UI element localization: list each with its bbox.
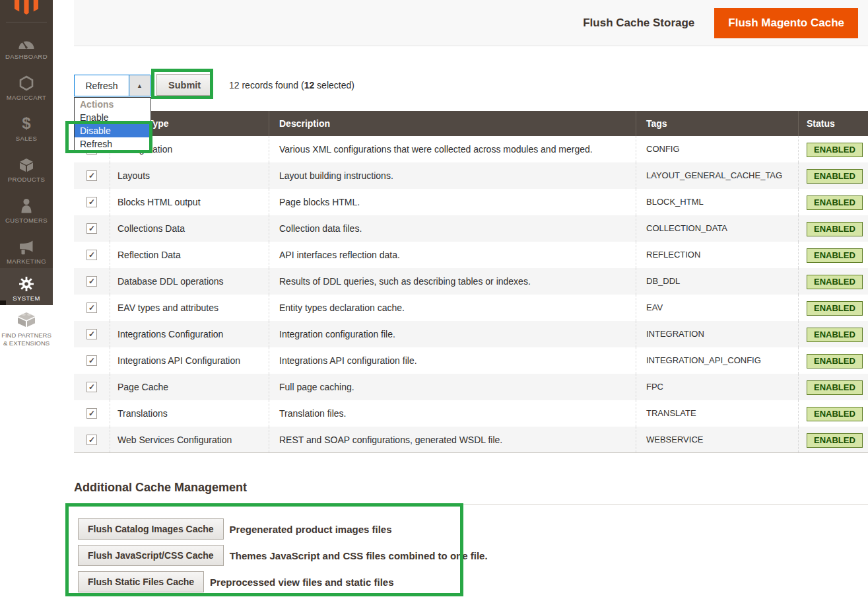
row-checkbox[interactable]: ✓ xyxy=(86,276,97,287)
cache-type: Web Services Configuration xyxy=(110,427,269,452)
action-description: Preprocessed view files and static files xyxy=(210,577,393,588)
cache-tags: TRANSLATE xyxy=(636,400,798,427)
sidebar-item-customers[interactable]: CUSTOMERS xyxy=(0,197,53,224)
sidebar-item-label: CUSTOMERS xyxy=(0,217,53,224)
cache-tags: REFLECTION xyxy=(636,242,798,268)
magento-logo[interactable] xyxy=(15,0,38,15)
table-row: ✓ Reflection Data API interfaces reflect… xyxy=(74,242,868,268)
row-checkbox[interactable]: ✓ xyxy=(86,302,97,313)
cache-type: Database DDL operations xyxy=(110,268,269,295)
section-divider xyxy=(74,504,868,505)
table-row: ✓ Integrations Configuration Integration… xyxy=(74,321,868,347)
dashboard-gauge-icon xyxy=(0,33,53,50)
package-box-icon xyxy=(0,156,53,173)
cache-type: Integrations Configuration xyxy=(110,321,269,347)
cache-type: Translations xyxy=(110,400,269,427)
cache-tags: INTEGRATION_API_CONFIG xyxy=(636,347,798,374)
cache-description: Results of DDL queries, such as describi… xyxy=(269,268,636,295)
cache-type: Collections Data xyxy=(110,215,269,242)
cache-description: Integration configuration file. xyxy=(269,321,636,347)
cache-type: Page Cache xyxy=(110,374,269,400)
additional-cache-title: Additional Cache Management xyxy=(74,481,247,495)
sidebar-item-label: MAGICCART xyxy=(0,94,53,101)
active-item-notch xyxy=(0,300,6,305)
table-row: ✓ Collections Data Collection data files… xyxy=(74,215,868,242)
action-description: Pregenerated product images files xyxy=(230,524,392,535)
cache-type: Reflection Data xyxy=(110,242,269,268)
sidebar-item-sales[interactable]: $ SALES xyxy=(0,115,53,142)
status-badge: ENABLED xyxy=(807,328,863,342)
sidebar-item-label: SYSTEM xyxy=(0,295,53,302)
dollar-icon: $ xyxy=(0,115,53,132)
cache-tags: CONFIG xyxy=(636,136,798,162)
row-checkbox[interactable]: ✓ xyxy=(86,329,97,339)
table-row: ✓ Integrations API Configuration Integra… xyxy=(74,347,868,374)
sidebar-item-label: SALES xyxy=(0,135,53,142)
sidebar-item-dashboard[interactable]: DASHBOARD xyxy=(0,33,53,60)
cache-tags: FPC xyxy=(636,374,798,400)
sidebar-divider xyxy=(6,22,47,22)
status-badge: ENABLED xyxy=(807,301,863,316)
status-badge: ENABLED xyxy=(807,195,863,210)
status-badge: ENABLED xyxy=(807,143,863,157)
row-checkbox[interactable]: ✓ xyxy=(86,435,97,445)
cache-description: Page blocks HTML. xyxy=(269,189,636,215)
sidebar-item-products[interactable]: PRODUCTS xyxy=(0,156,53,183)
status-badge: ENABLED xyxy=(807,248,863,263)
status-badge: ENABLED xyxy=(807,433,863,448)
cache-type: Layouts xyxy=(110,162,269,189)
table-row: ✓ Layouts Layout building instructions. … xyxy=(74,162,868,189)
sidebar-item-magiccart[interactable]: MAGICCART xyxy=(0,74,53,101)
status-badge: ENABLED xyxy=(807,407,863,421)
person-icon xyxy=(0,197,53,214)
dropdown-option-disable[interactable]: Disable xyxy=(75,124,150,137)
flush-javascript-css-cache-button[interactable]: Flush JavaScript/CSS Cache xyxy=(78,545,224,566)
table-row: ✓ Blocks HTML output Page blocks HTML. B… xyxy=(74,189,868,215)
partners-label-line2: & EXTENSIONS xyxy=(0,339,53,347)
cache-type: Integrations API Configuration xyxy=(110,347,269,374)
status-badge: ENABLED xyxy=(807,275,863,289)
row-checkbox[interactable]: ✓ xyxy=(86,170,97,181)
row-checkbox[interactable]: ✓ xyxy=(86,250,97,260)
row-checkbox[interactable]: ✓ xyxy=(86,408,97,419)
header-status: Status xyxy=(798,111,868,136)
cache-description: REST and SOAP configurations, generated … xyxy=(269,427,636,452)
dropdown-option-enable[interactable]: Enable xyxy=(75,111,150,124)
dropdown-option-refresh[interactable]: Refresh xyxy=(75,137,150,151)
sidebar-item-find-partners[interactable]: FIND PARTNERS & EXTENSIONS xyxy=(0,310,53,347)
status-badge: ENABLED xyxy=(807,169,863,184)
cache-tags: INTEGRATION xyxy=(636,321,798,347)
chevron-up-icon[interactable]: ▲ xyxy=(129,75,150,96)
cache-tags: BLOCK_HTML xyxy=(636,189,798,215)
table-row: ✓ Configuration Various XML configuratio… xyxy=(74,136,868,162)
row-checkbox[interactable]: ✓ xyxy=(86,355,97,366)
flush-static-files-cache-button[interactable]: Flush Static Files Cache xyxy=(78,571,204,592)
flush-catalog-images-cache-button[interactable]: Flush Catalog Images Cache xyxy=(78,518,224,540)
status-badge: ENABLED xyxy=(807,354,863,369)
submit-button[interactable]: Submit xyxy=(156,74,213,96)
cache-description: Translation files. xyxy=(269,400,636,427)
sidebar-item-system[interactable]: SYSTEM xyxy=(0,268,53,305)
row-checkbox[interactable]: ✓ xyxy=(86,197,97,207)
flush-magento-cache-button[interactable]: Flush Magento Cache xyxy=(714,8,858,38)
sidebar-item-marketing[interactable]: MARKETING xyxy=(0,238,53,265)
table-row: ✓ Page Cache Full page caching. FPC ENAB… xyxy=(74,374,868,400)
cache-tags: LAYOUT_GENERAL_CACHE_TAG xyxy=(636,162,798,189)
records-count-prefix: 12 records found ( xyxy=(229,80,304,90)
cache-description: Full page caching. xyxy=(269,374,636,400)
row-checkbox[interactable]: ✓ xyxy=(86,223,97,234)
cache-description: Layout building instructions. xyxy=(269,162,636,189)
mass-action-select[interactable]: Refresh ▲ xyxy=(74,75,150,96)
flush-cache-storage-button[interactable]: Flush Cache Storage xyxy=(583,17,694,30)
cache-tags: COLLECTION_DATA xyxy=(636,215,798,242)
table-row: ✓ Web Services Configuration REST and SO… xyxy=(74,427,868,453)
row-checkbox[interactable]: ✓ xyxy=(86,382,97,392)
cache-description: Entity types declaration cache. xyxy=(269,295,636,321)
cache-description: API interfaces reflection data. xyxy=(269,242,636,268)
cache-description: Integrations API configuration file. xyxy=(269,347,636,374)
additional-action-row: Flush Catalog Images Cache Pregenerated … xyxy=(78,518,392,540)
additional-action-row: Flush JavaScript/CSS Cache Themes JavaSc… xyxy=(78,545,488,566)
status-badge: ENABLED xyxy=(807,380,863,395)
records-count-suffix: selected) xyxy=(314,80,354,90)
cache-tags: WEBSERVICE xyxy=(636,427,798,452)
